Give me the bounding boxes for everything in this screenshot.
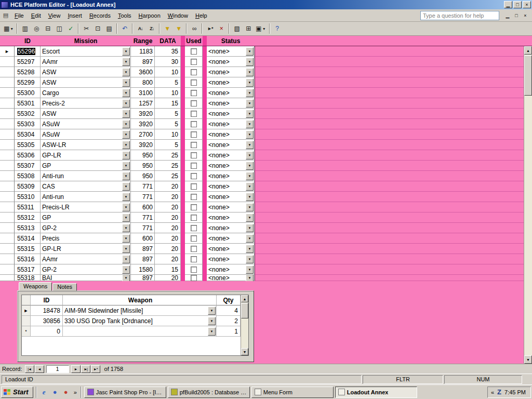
id-cell[interactable]: 55309 (15, 181, 41, 192)
find-button[interactable]: ∞ (189, 23, 200, 34)
quicklaunch-chevron-icon[interactable]: » (73, 389, 78, 395)
range-cell[interactable]: 950 (131, 171, 155, 181)
used-checkbox[interactable] (191, 275, 197, 281)
dropdown-arrow-icon[interactable]: ▼ (122, 151, 130, 159)
weapon-id-cell[interactable]: 30856 (31, 316, 63, 326)
data-cell[interactable]: 25 (155, 161, 181, 171)
range-cell[interactable]: 3920 (131, 119, 155, 129)
status-combo[interactable]: <none>▼ (207, 129, 255, 140)
mission-combo[interactable]: GP-LR▼ (41, 244, 131, 254)
help-search-box[interactable]: Type a question for help (420, 11, 499, 20)
data-cell[interactable]: 5 (155, 109, 181, 119)
id-cell[interactable]: 55303 (15, 119, 41, 129)
data-cell[interactable]: 20 (155, 202, 181, 212)
toggle-filter-button[interactable]: ▼ (173, 23, 184, 34)
mission-combo[interactable]: GP-2▼ (41, 264, 131, 275)
data-cell[interactable]: 20 (155, 254, 181, 264)
row-selector[interactable] (0, 171, 15, 181)
row-selector[interactable] (0, 88, 15, 98)
data-cell[interactable]: 15 (155, 264, 181, 275)
used-cell[interactable] (185, 244, 203, 254)
task-menu-form[interactable]: Menu Form (251, 387, 334, 398)
weapons-scrollbar[interactable]: ▲ ▼ (241, 295, 248, 355)
range-cell[interactable]: 3600 (131, 67, 155, 77)
app-icon[interactable] (1, 2, 8, 8)
id-cell[interactable]: 55308 (15, 171, 41, 181)
dropdown-arrow-icon[interactable]: ▼ (122, 255, 130, 263)
dropdown-arrow-icon[interactable]: ▼ (122, 141, 130, 149)
used-cell[interactable] (185, 264, 203, 275)
used-checkbox[interactable] (191, 131, 197, 138)
quicklaunch-internet-explorer-icon[interactable]: e (39, 388, 49, 397)
menu-records[interactable]: Records (86, 10, 114, 21)
row-selector[interactable] (0, 264, 15, 275)
mdi-close-button[interactable]: × (521, 12, 529, 19)
mdi-restore-button[interactable]: □ (512, 12, 521, 19)
menu-insert[interactable]: Insert (64, 10, 86, 21)
mission-combo[interactable]: CAS▼ (41, 181, 131, 192)
dropdown-arrow-icon[interactable]: ▼ (122, 78, 130, 87)
weapon-id-cell[interactable]: 18478 (31, 305, 63, 316)
row-selector[interactable] (0, 212, 15, 223)
data-cell[interactable]: 20 (155, 233, 181, 244)
used-checkbox[interactable] (191, 48, 197, 55)
used-cell[interactable] (185, 192, 203, 202)
dropdown-arrow-icon[interactable]: ▼ (246, 99, 254, 108)
paste-button[interactable]: ▤ (103, 23, 115, 34)
next-record-button[interactable]: ► (71, 365, 81, 373)
menu-harpoon[interactable]: Harpoon (135, 10, 164, 21)
row-selector[interactable] (0, 150, 15, 161)
dropdown-arrow-icon[interactable]: ▼ (246, 214, 254, 222)
status-combo[interactable]: <none>▼ (207, 88, 255, 98)
scroll-up-button[interactable]: ▲ (524, 46, 532, 55)
used-checkbox[interactable] (191, 235, 197, 242)
task-pfbuild2005-database[interactable]: pfBuild2005 : Database (... (168, 387, 250, 398)
row-selector[interactable] (0, 77, 15, 88)
id-cell[interactable]: 55318 (15, 275, 41, 281)
mission-combo[interactable]: Precis-LR▼ (41, 202, 131, 212)
print-button[interactable]: ⊟ (42, 23, 54, 34)
dropdown-arrow-icon[interactable]: ▼ (122, 47, 130, 56)
range-cell[interactable]: 771 (131, 181, 155, 192)
used-checkbox[interactable] (191, 173, 197, 179)
dropdown-arrow-icon[interactable]: ▼ (246, 193, 254, 201)
dropdown-arrow-icon[interactable]: ▼ (122, 224, 130, 232)
vertical-scrollbar[interactable]: ▲ ▼ (524, 46, 532, 364)
dropdown-arrow-icon[interactable]: ▼ (246, 141, 254, 149)
mission-combo[interactable]: BAI▼ (41, 275, 131, 281)
id-cell[interactable]: 55302 (15, 109, 41, 119)
quicklaunch-app3-icon[interactable]: ● (61, 388, 71, 397)
mission-combo[interactable]: AAmr▼ (41, 254, 131, 264)
tab-notes[interactable]: Notes (52, 283, 77, 291)
status-combo[interactable]: <none>▼ (207, 202, 255, 212)
mission-combo[interactable]: Anti-run▼ (41, 192, 131, 202)
mission-combo[interactable]: ASW-LR▼ (41, 140, 131, 150)
id-cell[interactable]: 55313 (15, 223, 41, 233)
range-cell[interactable]: 771 (131, 192, 155, 202)
menu-view[interactable]: View (45, 10, 64, 21)
weapon-combo[interactable]: ▼ (63, 326, 217, 337)
print-preview-button[interactable]: ◫ (54, 23, 65, 34)
file-search-button[interactable]: ◎ (31, 23, 42, 34)
dropdown-arrow-icon[interactable]: ▼ (122, 162, 130, 170)
mission-combo[interactable]: GP▼ (41, 161, 131, 171)
status-combo[interactable]: <none>▼ (207, 109, 255, 119)
dropdown-arrow-icon[interactable]: ▼ (246, 110, 254, 118)
data-cell[interactable]: 20 (155, 275, 181, 281)
mission-combo[interactable]: Anti-run▼ (41, 171, 131, 181)
range-cell[interactable]: 3920 (131, 109, 155, 119)
child-window-icon[interactable]: ▤ (2, 11, 10, 19)
row-selector[interactable] (0, 223, 15, 233)
dropdown-arrow-icon[interactable]: ▼ (246, 275, 254, 281)
help-button[interactable]: ? (272, 23, 283, 34)
dropdown-arrow-icon[interactable]: ▼ (122, 99, 130, 108)
properties-button[interactable]: ▧ (231, 23, 243, 34)
row-selector[interactable] (0, 275, 15, 281)
row-selector[interactable] (0, 129, 15, 140)
range-cell[interactable]: 2700 (131, 129, 155, 140)
weapon-qty-cell[interactable]: 2 (217, 316, 241, 326)
used-cell[interactable] (185, 275, 203, 281)
dropdown-arrow-icon[interactable]: ▼ (122, 110, 130, 118)
used-cell[interactable] (185, 129, 203, 140)
mission-combo[interactable]: AAmr▼ (41, 57, 131, 67)
